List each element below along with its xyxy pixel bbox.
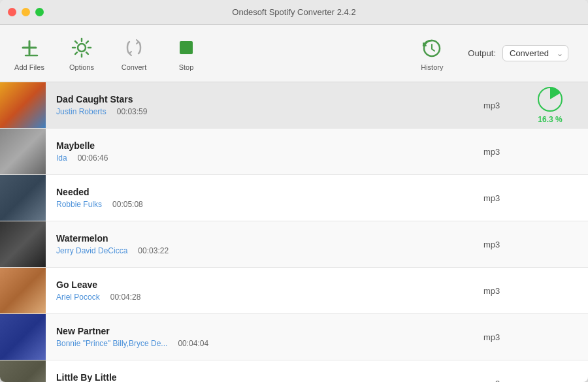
song-info: Go LeaveAriel Pocock00:04:28 <box>46 274 483 307</box>
song-info: New PartnerBonnie "Prince" Billy,Bryce D… <box>46 321 483 353</box>
song-progress: 16.3 % <box>523 86 588 124</box>
song-title: Maybelle <box>56 140 473 151</box>
stop-icon <box>174 36 198 59</box>
song-info: MaybelleIda00:06:46 <box>46 135 483 168</box>
song-duration: 00:04:28 <box>110 293 156 302</box>
song-row[interactable]: WatermelonJerry David DeCicca00:03:22mp3 <box>0 221 588 268</box>
song-duration: 00:06:46 <box>78 153 123 163</box>
album-art <box>0 175 46 221</box>
song-list: Dad Caught StarsJustin Roberts00:03:59mp… <box>0 82 588 382</box>
song-format: mp3 <box>483 286 523 296</box>
stop-button[interactable]: Stop <box>170 36 203 71</box>
song-row[interactable]: Dad Caught StarsJustin Roberts00:03:59mp… <box>0 82 588 129</box>
song-info: NeededRobbie Fulks00:05:08 <box>46 182 483 214</box>
song-duration: 00:05:08 <box>112 200 158 209</box>
options-icon <box>70 36 93 59</box>
song-format: mp3 <box>483 101 523 110</box>
song-format: mp3 <box>483 379 523 383</box>
history-label: History <box>421 63 443 71</box>
output-area: Output: Converted Downloads Desktop <box>468 45 568 61</box>
output-label: Output: <box>468 48 496 58</box>
stop-label: Stop <box>179 63 194 71</box>
album-art <box>0 82 46 128</box>
song-row[interactable]: Little By LittleFrances England00:03:48m… <box>0 360 588 382</box>
progress-percentage: 16.3 % <box>538 115 562 124</box>
song-title: Needed <box>56 187 473 197</box>
close-button[interactable] <box>8 8 16 16</box>
output-select[interactable]: Converted Downloads Desktop <box>502 45 568 61</box>
output-select-wrap: Converted Downloads Desktop <box>502 45 568 61</box>
svg-point-3 <box>78 44 86 52</box>
options-button[interactable]: Options <box>65 36 98 71</box>
song-info: Dad Caught StarsJustin Roberts00:03:59 <box>46 89 483 121</box>
maximize-button[interactable] <box>35 8 44 16</box>
add-files-label: Add Files <box>14 63 44 71</box>
options-label: Options <box>69 63 94 71</box>
song-title: Go Leave <box>56 279 473 290</box>
minimize-button[interactable] <box>22 8 30 16</box>
song-artist: Ida <box>56 153 67 163</box>
progress-pie <box>537 86 563 112</box>
toolbar: Add Files Options Convert <box>0 25 588 82</box>
album-art <box>0 221 46 267</box>
song-format: mp3 <box>483 193 523 203</box>
song-duration: 00:03:22 <box>138 246 184 255</box>
history-icon <box>420 36 444 59</box>
convert-icon <box>122 36 146 59</box>
title-bar: Ondesoft Spotify Converter 2.4.2 <box>0 0 588 25</box>
song-row[interactable]: NeededRobbie Fulks00:05:08mp3 <box>0 175 588 221</box>
song-format: mp3 <box>483 147 523 157</box>
song-artist: Robbie Fulks <box>56 200 102 209</box>
window-title: Ondesoft Spotify Converter 2.4.2 <box>232 7 355 17</box>
add-files-button[interactable]: Add Files <box>13 36 46 71</box>
album-art <box>0 268 46 313</box>
song-row[interactable]: Go LeaveAriel Pocock00:04:28mp3 <box>0 268 588 314</box>
song-format: mp3 <box>483 240 523 249</box>
song-title: Little By Little <box>56 372 473 382</box>
song-row[interactable]: MaybelleIda00:06:46mp3 <box>0 129 588 175</box>
convert-label: Convert <box>122 63 147 71</box>
svg-rect-4 <box>180 41 193 54</box>
convert-button[interactable]: Convert <box>118 36 150 71</box>
song-artist: Ariel Pocock <box>56 293 100 302</box>
song-info: Little By LittleFrances England00:03:48 <box>46 367 483 382</box>
song-row[interactable]: New PartnerBonnie "Prince" Billy,Bryce D… <box>0 314 588 360</box>
song-title: Dad Caught Stars <box>56 94 473 104</box>
history-button[interactable]: History <box>416 36 448 71</box>
song-title: New Partner <box>56 326 473 336</box>
song-title: Watermelon <box>56 233 473 244</box>
song-artist: Justin Roberts <box>56 107 106 116</box>
song-duration: 00:03:59 <box>117 107 163 116</box>
album-art <box>0 129 46 174</box>
add-files-icon <box>18 36 41 59</box>
window-controls <box>8 8 44 16</box>
song-format: mp3 <box>483 332 523 342</box>
album-art <box>0 314 46 360</box>
song-info: WatermelonJerry David DeCicca00:03:22 <box>46 228 483 261</box>
song-artist: Bonnie "Prince" Billy,Bryce De... <box>56 339 167 348</box>
song-duration: 00:04:04 <box>178 339 223 348</box>
album-art <box>0 360 46 382</box>
song-artist: Jerry David DeCicca <box>56 246 127 255</box>
